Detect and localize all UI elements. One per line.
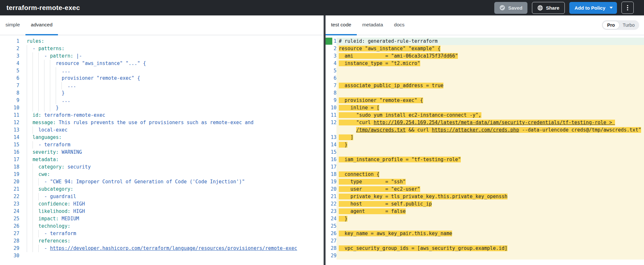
code-line[interactable]: 13 local-exec <box>0 126 324 134</box>
line-number: 17 <box>326 163 336 171</box>
line-number: 4 <box>326 60 336 67</box>
code-line[interactable]: 28 references: <box>0 237 324 245</box>
code-line[interactable]: 30 <box>0 252 324 260</box>
line-number: 9 <box>326 97 336 104</box>
indent-guide <box>50 82 50 89</box>
code-line[interactable]: 6 provisioner "remote-exec" { <box>0 75 324 82</box>
code-line[interactable]: 17 <box>326 163 644 171</box>
code-line[interactable]: 4 resource "aws_instance" "..." { <box>0 60 324 67</box>
code-line[interactable]: 3 ami = "ami-06ca3ca175f37dd66" <box>326 52 644 60</box>
code-line[interactable]: 15 <box>326 149 644 156</box>
code-line[interactable]: 3 - pattern: |- <box>0 52 324 60</box>
code-line[interactable]: 7 ... <box>0 82 324 89</box>
code-line[interactable]: 25 <box>326 223 644 230</box>
tab-advanced[interactable]: advanced <box>25 15 58 35</box>
code-line[interactable]: 21 private_key = tls_private_key.this.pr… <box>326 193 644 200</box>
code-line[interactable]: 15 - terraform <box>0 141 324 149</box>
rule-panel-tabbar: simple advanced <box>0 15 324 35</box>
code-line[interactable]: 14 languages: <box>0 134 324 141</box>
code-line[interactable]: 14 } <box>326 141 644 149</box>
code-line[interactable]: 6 <box>326 75 644 82</box>
code-line[interactable]: 17 metadata: <box>0 156 324 163</box>
code-line[interactable]: 13 ] <box>326 134 644 141</box>
code-line[interactable]: 9 ... <box>0 97 324 104</box>
code-line[interactable]: 24 likelihood: HIGH <box>0 208 324 215</box>
indent-guide <box>50 75 50 82</box>
code-line[interactable]: 5 ... <box>0 67 324 75</box>
line-number: 13 <box>0 126 19 134</box>
code-line[interactable]: 10 } <box>0 104 324 112</box>
test-code-editor[interactable]: 1# ruleid: generated-rule-terraform2reso… <box>326 35 644 265</box>
mode-option-pro[interactable]: Pro <box>603 21 619 29</box>
line-number: 21 <box>326 193 336 200</box>
code-line[interactable]: 27 - terraform <box>0 230 324 237</box>
line-number: 4 <box>0 60 19 67</box>
code-line[interactable]: 29 - https://developer.hashicorp.com/ter… <box>0 245 324 252</box>
code-line[interactable]: 12 "curl http://169.254.169.254/latest/m… <box>326 119 644 134</box>
code-line[interactable]: 27 <box>326 237 644 245</box>
code-line[interactable]: 2 - patterns: <box>0 45 324 52</box>
code-line[interactable]: 12 message: This rules prevents the use … <box>0 119 324 126</box>
indent-guide <box>27 67 27 75</box>
code-line[interactable]: 18 connection { <box>326 171 644 178</box>
code-line[interactable]: 1rules: <box>0 38 324 45</box>
code-line[interactable]: 28 vpc_security_group_ids = [aws_securit… <box>326 245 644 252</box>
add-to-policy-label: Add to Policy <box>574 5 605 11</box>
code-line[interactable]: 26 key_name = aws_key_pair.this.key_name <box>326 230 644 237</box>
code-line[interactable]: 23 agent = false <box>326 208 644 215</box>
page-title: terraform-remote-exec <box>6 4 80 12</box>
chevron-down-icon <box>610 7 613 9</box>
code-line[interactable]: 29 <box>326 252 644 260</box>
code-line[interactable]: 2resource "aws_instance" "example" { <box>326 45 644 52</box>
indent-guide <box>56 67 56 75</box>
indent-guide <box>33 126 33 134</box>
code-line[interactable]: 19 type = "ssh" <box>326 178 644 186</box>
indent-guide <box>27 163 27 171</box>
rule-editor[interactable]: 1rules:2 - patterns:3 - pattern: |-4 res… <box>0 35 324 265</box>
code-line[interactable]: 4 instance_type = "t2.micro" <box>326 60 644 67</box>
code-line[interactable]: 11 "sudo yum install ec2-instance-connec… <box>326 112 644 119</box>
code-line[interactable]: 20 - "CWE 94: Improper Control of Genera… <box>0 178 324 186</box>
mode-option-turbo[interactable]: Turbo <box>619 21 638 29</box>
line-number: 22 <box>326 200 336 208</box>
code-line[interactable]: 16 iam_instance_profile = "tf-testing-ro… <box>326 156 644 163</box>
code-line[interactable]: 20 user = "ec2-user" <box>326 186 644 193</box>
indent-guide <box>33 245 33 252</box>
indent-guide <box>33 215 33 223</box>
indent-guide <box>44 97 44 104</box>
code-line[interactable]: 1# ruleid: generated-rule-terraform <box>326 38 644 45</box>
code-line[interactable]: 8 } <box>0 89 324 97</box>
line-number: 23 <box>0 200 19 208</box>
code-line[interactable]: 16 severity: WARNING <box>0 149 324 156</box>
code-line[interactable]: 22 host = self.public_ip <box>326 200 644 208</box>
saved-button[interactable]: Saved <box>494 2 527 14</box>
line-number: 24 <box>0 208 19 215</box>
add-to-policy-button[interactable]: Add to Policy <box>569 2 617 14</box>
tab-docs[interactable]: docs <box>389 15 410 35</box>
indent-guide <box>56 89 56 97</box>
line-number: 15 <box>0 141 19 149</box>
code-line[interactable]: 25 impact: MEDIUM <box>0 215 324 223</box>
code-line[interactable]: 9 provisioner "remote-exec" { <box>326 97 644 104</box>
code-line[interactable]: 24 } <box>326 215 644 223</box>
line-number: 17 <box>0 156 19 163</box>
code-line[interactable]: 8 <box>326 89 644 97</box>
code-line[interactable]: 23 confidence: HIGH <box>0 200 324 208</box>
code-line[interactable]: 18 category: security <box>0 163 324 171</box>
code-line[interactable]: 7 associate_public_ip_address = true <box>326 82 644 89</box>
code-line[interactable]: 19 cwe: <box>0 171 324 178</box>
tab-simple[interactable]: simple <box>0 15 25 35</box>
code-line[interactable]: 22 - guardrail <box>0 193 324 200</box>
code-line[interactable]: 26 technology: <box>0 223 324 230</box>
share-button[interactable]: Share <box>532 2 565 14</box>
overflow-menu-button[interactable] <box>621 2 634 14</box>
line-number: 14 <box>326 141 336 149</box>
code-line[interactable]: 11 id: terraform-remote-exec <box>0 112 324 119</box>
tab-metadata[interactable]: metadata <box>357 15 389 35</box>
code-line[interactable]: 21 subcategory: <box>0 186 324 193</box>
code-line[interactable]: 5 <box>326 67 644 75</box>
indent-guide <box>56 75 56 82</box>
line-number: 7 <box>0 82 19 89</box>
code-line[interactable]: 10 inline = [ <box>326 104 644 112</box>
tab-test-code[interactable]: test code <box>326 15 357 35</box>
